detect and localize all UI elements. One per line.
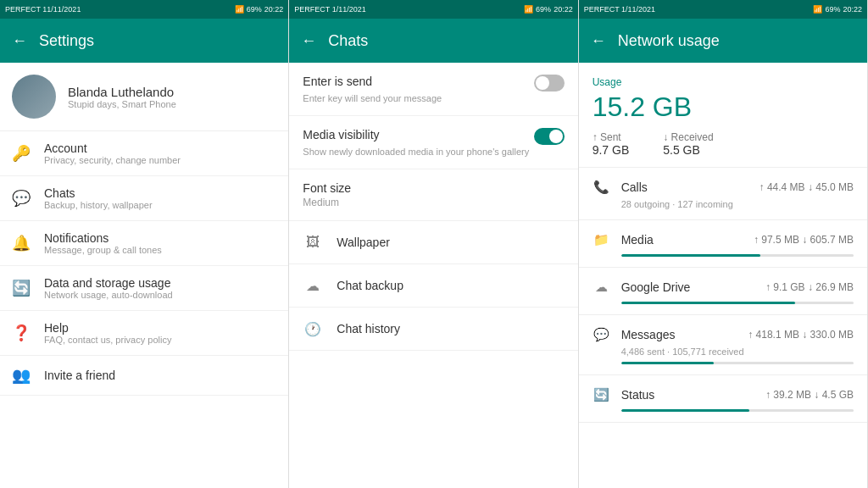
- chats-label: Chats: [44, 186, 153, 200]
- profile-info: Blanda Luthelando Stupid days, Smart Pho…: [68, 85, 176, 109]
- calls-header: 📞 Calls ↑ 44.4 MB ↓ 45.0 MB: [593, 178, 854, 197]
- back-arrow-network[interactable]: ←: [591, 32, 606, 50]
- settings-item-notifications[interactable]: 🔔 Notifications Message, group & call to…: [0, 221, 288, 266]
- calls-sub: 28 outgoing · 127 incoming: [593, 199, 854, 209]
- notifications-icon: 🔔: [12, 234, 31, 252]
- settings-item-invite[interactable]: 👥 Invite a friend: [0, 356, 288, 396]
- network-title: Network usage: [618, 32, 720, 50]
- sent-value: 9.7 GB: [593, 143, 630, 157]
- status-icons-chats: 📶 69% 20:22: [524, 5, 573, 14]
- usage-row: ↑ Sent 9.7 GB ↓ Received 5.5 GB: [593, 131, 854, 157]
- media-icon: 📁: [593, 230, 611, 249]
- google-drive-progress-bar: [621, 302, 854, 304]
- sent-label: ↑ Sent: [593, 131, 630, 143]
- usage-section: Usage 15.2 GB ↑ Sent 9.7 GB ↓ Received 5…: [579, 63, 867, 168]
- chat-history-item[interactable]: 🕐 Chat history: [289, 308, 577, 351]
- media-title: Media: [621, 233, 654, 247]
- settings-header: ← Settings: [0, 19, 288, 63]
- enter-is-send-toggle[interactable]: [534, 75, 565, 92]
- google-drive-title: Google Drive: [621, 280, 691, 294]
- notifications-desc: Message, group & call tones: [44, 245, 162, 255]
- enter-is-send-item: Enter is send Enter key will send your m…: [289, 63, 577, 116]
- wallpaper-icon: 🖼: [303, 232, 323, 252]
- invite-icon: 👥: [12, 366, 31, 385]
- chat-backup-item[interactable]: ☁ Chat backup: [289, 264, 577, 308]
- settings-item-account[interactable]: 🔑 Account Privacy, security, change numb…: [0, 131, 288, 176]
- settings-panel: PERFECT 11/11/2021 📶 69% 20:22 ← Setting…: [0, 0, 289, 488]
- profile-sub: Stupid days, Smart Phone: [68, 99, 176, 109]
- account-icon: 🔑: [12, 144, 31, 163]
- back-arrow-chats[interactable]: ←: [301, 32, 316, 50]
- signal-icon-network: 📶: [813, 5, 822, 14]
- media-header: 📁 Media ↑ 97.5 MB ↓ 605.7 MB: [593, 230, 854, 249]
- chats-title: Chats: [328, 32, 368, 50]
- status-progress-bar: [621, 409, 854, 412]
- messages-sub: 4,486 sent · 105,771 received: [593, 347, 854, 357]
- google-drive-item: ☁ Google Drive ↑ 9.1 GB ↓ 26.9 MB: [579, 268, 867, 315]
- status-header: 🔄 Status ↑ 39.2 MB ↓ 4.5 GB: [593, 385, 854, 404]
- help-text: Help FAQ, contact us, privacy policy: [44, 321, 171, 345]
- help-icon: ❓: [12, 324, 31, 342]
- font-size-item[interactable]: Font size Medium: [289, 169, 577, 221]
- usage-total: 15.2 GB: [593, 92, 854, 123]
- messages-stats: ↑ 418.1 MB ↓ 330.0 MB: [748, 329, 854, 341]
- google-drive-progress-fill: [621, 302, 796, 304]
- usage-label: Usage: [593, 76, 854, 88]
- data-icon: 🔄: [12, 279, 31, 297]
- recv-stat: ↓ Received 5.5 GB: [663, 131, 713, 157]
- settings-item-help[interactable]: ❓ Help FAQ, contact us, privacy policy: [0, 311, 288, 356]
- status-item: 🔄 Status ↑ 39.2 MB ↓ 4.5 GB: [579, 375, 867, 423]
- notifications-label: Notifications: [44, 231, 162, 245]
- status-bar-chats: PERFECT 1/11/2021 📶 69% 20:22: [289, 0, 577, 19]
- font-size-label: Font size: [303, 181, 564, 195]
- status-stats: ↑ 39.2 MB ↓ 4.5 GB: [765, 389, 854, 401]
- enter-is-send-row: Enter is send: [303, 75, 564, 92]
- media-progress-bar: [621, 254, 854, 257]
- data-label: Data and storage usage: [44, 276, 173, 290]
- settings-item-data[interactable]: 🔄 Data and storage usage Network usage, …: [0, 266, 288, 311]
- chats-settings-list: Enter is send Enter key will send your m…: [289, 63, 577, 488]
- chats-desc: Backup, history, wallpaper: [44, 200, 153, 210]
- chat-history-icon: 🕐: [303, 319, 323, 339]
- time-display: 20:22: [264, 5, 284, 14]
- messages-item: 💬 Messages ↑ 418.1 MB ↓ 330.0 MB 4,486 s…: [579, 315, 867, 375]
- chats-header: ← Chats: [289, 19, 577, 63]
- back-arrow-settings[interactable]: ←: [12, 32, 27, 50]
- wallpaper-label: Wallpaper: [337, 236, 390, 249]
- media-visibility-label: Media visibility: [303, 128, 379, 141]
- media-visibility-desc: Show newly downloaded media in your phon…: [303, 147, 564, 157]
- settings-list: 🔑 Account Privacy, security, change numb…: [0, 131, 288, 488]
- status-bar-network: PERFECT 1/11/2021 📶 69% 20:22: [579, 0, 867, 19]
- wallpaper-item[interactable]: 🖼 Wallpaper: [289, 221, 577, 264]
- account-text: Account Privacy, security, change number: [44, 141, 181, 165]
- messages-progress-bar: [621, 362, 854, 364]
- calls-item: 📞 Calls ↑ 44.4 MB ↓ 45.0 MB 28 outgoing …: [579, 168, 867, 220]
- media-item: 📁 Media ↑ 97.5 MB ↓ 605.7 MB: [579, 220, 867, 268]
- battery-chats: 69%: [536, 5, 551, 14]
- media-visibility-toggle[interactable]: [534, 128, 565, 145]
- avatar: [12, 75, 56, 119]
- enter-is-send-label: Enter is send: [303, 75, 372, 88]
- signal-icon-chats: 📶: [524, 5, 533, 14]
- account-desc: Privacy, security, change number: [44, 155, 181, 165]
- status-title: Status: [621, 388, 655, 402]
- battery-icon: 69%: [247, 5, 262, 14]
- recv-value: 5.5 GB: [663, 143, 713, 157]
- status-icon: 🔄: [593, 385, 611, 404]
- chat-backup-icon: ☁: [303, 275, 323, 296]
- battery-network: 69%: [825, 5, 840, 14]
- recv-label: ↓ Received: [663, 131, 713, 143]
- media-stats: ↑ 97.5 MB ↓ 605.7 MB: [754, 234, 854, 246]
- chat-history-label: Chat history: [337, 322, 400, 336]
- chats-text: Chats Backup, history, wallpaper: [44, 186, 153, 210]
- media-visibility-row: Media visibility: [303, 128, 564, 145]
- profile-section[interactable]: Blanda Luthelando Stupid days, Smart Pho…: [0, 63, 288, 131]
- chats-icon: 💬: [12, 189, 31, 208]
- status-left: PERFECT 11/11/2021: [5, 5, 81, 14]
- notifications-text: Notifications Message, group & call tone…: [44, 231, 162, 255]
- chats-panel: PERFECT 1/11/2021 📶 69% 20:22 ← Chats En…: [289, 0, 578, 488]
- settings-item-chats[interactable]: 💬 Chats Backup, history, wallpaper: [0, 176, 288, 221]
- time-chats: 20:22: [554, 5, 573, 14]
- profile-name: Blanda Luthelando: [68, 85, 176, 99]
- network-content: Usage 15.2 GB ↑ Sent 9.7 GB ↓ Received 5…: [579, 63, 867, 488]
